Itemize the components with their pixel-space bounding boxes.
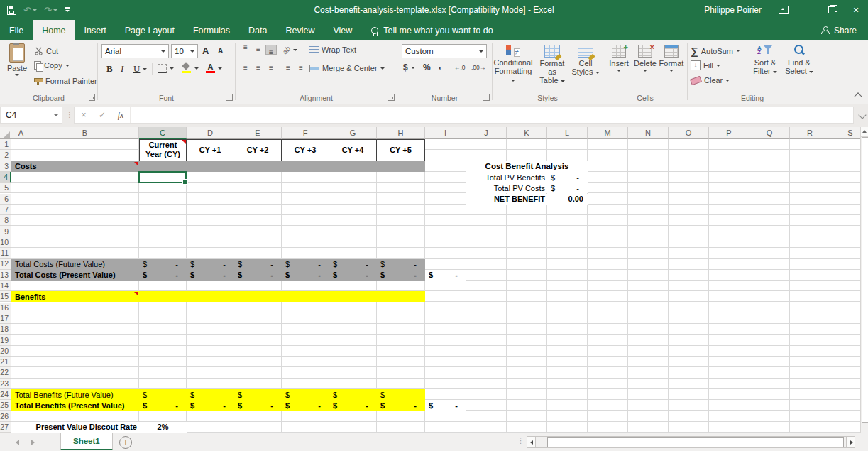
cell-C13[interactable]: $- — [139, 270, 187, 281]
scroll-up-icon[interactable] — [861, 127, 868, 137]
cell-I13[interactable]: $- — [425, 270, 466, 281]
cell-G12[interactable]: $- — [329, 259, 377, 269]
formula-bar-splitter[interactable]: ⋮ — [66, 111, 72, 119]
cell-G1[interactable]: CY +4 — [329, 139, 377, 161]
column-header-R[interactable]: R — [790, 127, 830, 139]
restore-button[interactable] — [820, 0, 844, 20]
font-color-button[interactable]: A — [206, 63, 222, 73]
column-header-E[interactable]: E — [234, 127, 282, 139]
align-right-button[interactable]: ≡ — [265, 63, 277, 73]
copy-button[interactable]: Copy — [34, 61, 70, 70]
paste-button[interactable]: Paste — [3, 43, 31, 76]
wrap-text-button[interactable]: Wrap Text — [309, 45, 356, 54]
active-cell-C4[interactable] — [138, 171, 187, 183]
fill-button[interactable]: ↓ Fill — [691, 60, 720, 70]
expand-formula-bar-icon[interactable] — [858, 111, 866, 119]
row-header-19[interactable]: 19 — [0, 335, 11, 345]
cell-C1-current-year[interactable]: Current Year (CY) — [139, 139, 187, 161]
cancel-icon[interactable]: × — [75, 110, 93, 120]
row-3-band[interactable] — [11, 161, 425, 172]
row-header-6[interactable]: 6 — [0, 194, 11, 205]
delete-cells-button[interactable]: × Delete — [632, 45, 658, 72]
fill-color-button[interactable] — [182, 63, 199, 73]
discount-rate-label[interactable]: Present Value Discout Rate — [11, 422, 139, 433]
format-painter-button[interactable]: Format Painter — [34, 77, 97, 85]
cell-styles-button[interactable]: Cell Styles — [571, 45, 600, 76]
horizontal-scrollbar-track[interactable] — [536, 436, 846, 448]
horizontal-scrollbar[interactable] — [527, 436, 855, 448]
column-header-C[interactable]: C — [139, 127, 187, 139]
enter-icon[interactable]: ✓ — [93, 110, 111, 120]
vertical-scrollbar[interactable] — [860, 127, 868, 433]
fill-handle[interactable] — [182, 179, 188, 185]
row-header-26[interactable]: 26 — [0, 411, 11, 422]
column-header-K[interactable]: K — [507, 127, 547, 139]
cell-D13[interactable]: $- — [187, 270, 234, 281]
row-header-27[interactable]: 27 — [0, 422, 11, 433]
cell-C25[interactable]: $- — [139, 400, 187, 411]
number-dialog-launcher[interactable] — [483, 94, 490, 101]
name-box[interactable]: C4 — [0, 107, 62, 124]
bold-button[interactable]: B — [106, 63, 113, 75]
align-center-button[interactable]: ≡ — [253, 63, 264, 73]
decrease-font-size-button[interactable]: A — [218, 47, 223, 55]
sort-filter-button[interactable]: AZ Sort & Filter — [749, 44, 781, 75]
cell-H25[interactable]: $- — [377, 400, 425, 411]
column-header-A[interactable]: A — [11, 127, 31, 139]
vertical-scrollbar-thumb[interactable] — [862, 137, 868, 423]
column-header-J[interactable]: J — [466, 127, 507, 139]
cell-H1[interactable]: CY +5 — [376, 139, 425, 161]
column-header-P[interactable]: P — [709, 127, 749, 139]
cell-F1[interactable]: CY +3 — [281, 139, 329, 161]
tab-insert[interactable]: Insert — [75, 20, 116, 40]
cell-E24[interactable]: $- — [234, 389, 282, 400]
row-header-11[interactable]: 11 — [0, 248, 11, 259]
ribbon-display-options-button[interactable] — [771, 0, 796, 20]
horizontal-scrollbar-thumb[interactable] — [547, 437, 844, 447]
align-bottom-button[interactable]: ≡ — [265, 45, 277, 55]
cell-E1[interactable]: CY +2 — [234, 139, 282, 161]
row-header-15[interactable]: 15 — [0, 291, 11, 302]
row-header-14[interactable]: 14 — [0, 281, 11, 291]
font-size-select[interactable]: 10 — [171, 44, 198, 58]
cell-I25[interactable]: $- — [425, 400, 466, 411]
cell-F13[interactable]: $- — [282, 270, 329, 281]
row-header-17[interactable]: 17 — [0, 313, 11, 324]
orientation-button[interactable]: ab — [282, 46, 297, 54]
cell-E12[interactable]: $- — [234, 259, 282, 269]
row-header-4[interactable]: 4 — [0, 172, 11, 183]
column-header-I[interactable]: I — [425, 127, 466, 139]
clipboard-dialog-launcher[interactable] — [89, 94, 95, 101]
cell-L4[interactable]: $- — [547, 172, 588, 183]
insert-function-icon[interactable]: fx — [111, 110, 130, 121]
format-cells-button[interactable]: Format — [659, 45, 684, 72]
select-all-button[interactable] — [0, 127, 11, 139]
cut-button[interactable]: Cut — [34, 46, 58, 55]
number-format-select[interactable]: Custom — [402, 44, 487, 58]
clear-button[interactable]: Clear — [691, 76, 730, 85]
font-dialog-launcher[interactable] — [226, 94, 233, 101]
next-sheet-icon[interactable] — [31, 440, 35, 445]
row-header-10[interactable]: 10 — [0, 237, 11, 248]
increase-indent-button[interactable]: ≡ — [295, 63, 307, 73]
scroll-right-icon[interactable] — [846, 436, 855, 448]
collapse-ribbon-icon[interactable] — [854, 92, 862, 100]
tab-home[interactable]: Home — [33, 20, 75, 40]
row-header-24[interactable]: 24 — [0, 389, 11, 400]
save-button[interactable] — [7, 6, 16, 15]
column-header-Q[interactable]: Q — [749, 127, 790, 139]
underline-button[interactable]: U — [133, 63, 147, 75]
sheet-tab-sheet1[interactable]: Sheet1 — [60, 433, 113, 450]
cell-L6[interactable]: 0.00 — [547, 194, 588, 205]
column-header-D[interactable]: D — [187, 127, 234, 139]
cell-C27-discount-rate[interactable]: 2% — [139, 422, 187, 433]
row-header-3[interactable]: 3 — [0, 161, 11, 172]
summary-label-row4[interactable]: Total PV Benefits — [466, 172, 547, 183]
worksheet-grid[interactable]: ABCDEFGHIJKLMNOPQRS123456789101112131415… — [0, 127, 860, 433]
share-button[interactable]: Share — [821, 20, 868, 40]
column-header-N[interactable]: N — [628, 127, 669, 139]
decrease-indent-button[interactable]: ≡ — [282, 63, 294, 73]
user-name[interactable]: Philippe Poirier — [694, 5, 771, 15]
row-header-25[interactable]: 25 — [0, 400, 11, 411]
row-15-band[interactable] — [11, 291, 425, 302]
